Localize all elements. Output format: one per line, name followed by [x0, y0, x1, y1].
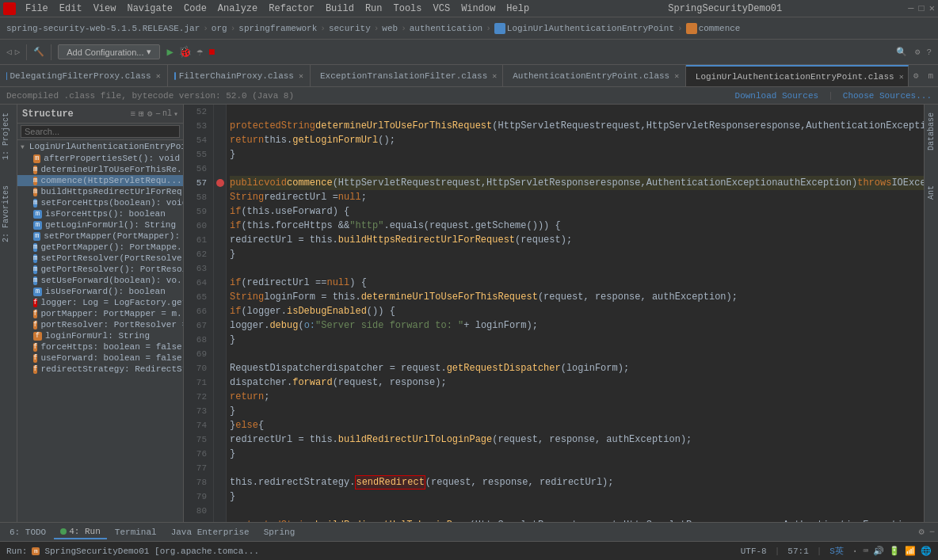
taskbar-icon6[interactable]: 🌐 — [921, 546, 932, 556]
bottom-minimize-icon[interactable]: − — [929, 527, 935, 538]
tree-item-portresolver[interactable]: f portResolver: PortResolver =... — [17, 319, 183, 330]
structure-nl-btn[interactable]: nl — [162, 109, 172, 118]
tab-filterchain[interactable]: FilterChainProxy.class ✕ — [168, 65, 311, 86]
tree-item-forcehttps[interactable]: f forceHttps: boolean = false — [17, 341, 183, 352]
taskbar-icon2[interactable]: ⌨ — [863, 546, 868, 556]
tab-loginurl[interactable]: LoginUrlAuthenticationEntryPoint.class ✕ — [686, 65, 909, 86]
menu-window[interactable]: Window — [456, 2, 500, 16]
tree-item-useforward[interactable]: f useForward: boolean = false — [17, 352, 183, 364]
tree-item-setuseforward[interactable]: m setUseForward(boolean): vo... — [17, 275, 183, 286]
tab-close-delegating[interactable]: ✕ — [156, 71, 161, 81]
tab-entrypoint[interactable]: AuthenticationEntryPoint.class ✕ — [503, 65, 686, 86]
download-sources-link[interactable]: Download Sources — [735, 91, 819, 101]
bottom-gear-icon[interactable]: ⚙ — [919, 526, 925, 538]
close-btn[interactable]: ✕ — [929, 2, 935, 14]
menu-file[interactable]: File — [21, 2, 53, 16]
favorites-tab[interactable]: 2: Favorites — [0, 181, 17, 247]
breadcrumb-method[interactable]: commence — [699, 24, 741, 33]
tree-item-getportresolver[interactable]: m getPortResolver(): PortResol... — [17, 264, 183, 275]
settings-icon[interactable]: ⚙ — [915, 47, 921, 57]
run-button[interactable]: ▶ — [166, 45, 173, 59]
tree-item-isuseforward[interactable]: m isUseForward(): boolean — [17, 286, 183, 297]
tree-item-logger[interactable]: f logger: Log = LogFactory.get... — [17, 297, 183, 308]
tab-settings-icon[interactable]: ⚙ — [909, 65, 924, 86]
minimize-btn[interactable]: ─ — [908, 3, 913, 14]
tree-item-portmapper[interactable]: f portMapper: PortMapper = m... — [17, 308, 183, 319]
ime-icon[interactable]: S英 — [829, 545, 844, 557]
taskbar-icon3[interactable]: 🔊 — [873, 546, 884, 556]
breadcrumb-class[interactable]: LoginUrlAuthenticationEntryPoint — [507, 24, 674, 33]
tab-todo[interactable]: 6: TODO — [3, 526, 52, 539]
tree-item-buildhttps[interactable]: m buildHttpsRedirectUrlForReq... — [17, 186, 183, 197]
ant-tab[interactable]: Ant — [925, 181, 937, 204]
build-icon[interactable]: 🔨 — [33, 47, 44, 57]
java-enterprise-label: Java Enterprise — [171, 528, 250, 537]
tab-spring[interactable]: Spring — [257, 526, 302, 539]
tree-item-determinurl[interactable]: m determineUrlToUseForThisRe... — [17, 164, 183, 175]
search-everywhere-icon[interactable]: 🔍 — [896, 47, 907, 57]
breadcrumb-web[interactable]: web — [382, 24, 398, 33]
tab-close-filterchain[interactable]: ✕ — [299, 71, 303, 81]
breadcrumb-springframework[interactable]: springframework — [238, 24, 317, 33]
tree-item-getportmapper[interactable]: m getPortMapper(): PortMappe... — [17, 242, 183, 253]
tree-item-afterprops[interactable]: m afterPropertiesSet(): void — [17, 153, 183, 164]
tab-close-loginurl[interactable]: ✕ — [899, 72, 904, 82]
forward-btn[interactable]: ▷ — [15, 47, 21, 57]
menu-edit[interactable]: Edit — [55, 2, 87, 16]
tab-delegating[interactable]: DelegatingFilterProxy.class ✕ — [0, 65, 168, 86]
structure-search-input[interactable] — [21, 125, 180, 138]
menu-view[interactable]: View — [89, 2, 121, 16]
taskbar-icon1[interactable]: · — [852, 545, 858, 558]
menu-help[interactable]: Help — [501, 2, 534, 16]
breadcrumb-org[interactable]: org — [212, 24, 227, 33]
menu-tools[interactable]: Tools — [389, 2, 427, 16]
tree-item-redirectstrategy[interactable]: f redirectStrategy: RedirectStra... — [17, 364, 183, 375]
project-tab[interactable]: 1: Project — [0, 108, 17, 165]
tree-item-isforcehttps[interactable]: m isForceHttps(): boolean — [17, 208, 183, 219]
structure-close-btn[interactable]: − — [155, 109, 161, 119]
stop-button[interactable]: ⏹ — [208, 47, 216, 57]
structure-expand-btn[interactable]: ▾ — [173, 109, 178, 119]
code-scroll-area[interactable]: 52 53 54 55 56 57 58 59 60 61 62 63 64 6… — [184, 105, 924, 522]
tree-item-loginformurl[interactable]: f loginFormUrl: String — [17, 330, 183, 341]
tree-label-loginformurl: loginFormUrl: String — [45, 331, 150, 341]
tab-close-exception[interactable]: ✕ — [492, 71, 497, 81]
debug-button[interactable]: 🐞 — [178, 45, 192, 59]
maven-tab[interactable]: m — [923, 65, 938, 86]
gutter-54 — [214, 133, 226, 147]
tree-item-commence[interactable]: m commence(HttpServletRequ... — [17, 175, 183, 186]
choose-sources-link[interactable]: Choose Sources... — [843, 91, 932, 101]
structure-filter-btn[interactable]: ⊞ — [139, 109, 144, 119]
menu-navigate[interactable]: Navigate — [122, 2, 177, 16]
tab-java-enterprise[interactable]: Java Enterprise — [165, 526, 256, 539]
menu-code[interactable]: Code — [179, 2, 212, 16]
tree-item-setportmapper[interactable]: m setPortMapper(PortMapper): — [17, 230, 183, 242]
taskbar-icon5[interactable]: 📶 — [905, 546, 916, 556]
tab-terminal[interactable]: Terminal — [109, 526, 163, 539]
structure-settings-btn[interactable]: ⚙ — [147, 109, 153, 119]
breadcrumb-authentication[interactable]: authentication — [410, 24, 482, 33]
tree-item-setforcehttps[interactable]: m setForceHttps(boolean): void — [17, 197, 183, 208]
structure-sort-btn[interactable]: ≡ — [130, 109, 135, 119]
database-tab[interactable]: Database — [925, 108, 937, 155]
coverage-button[interactable]: ☂ — [196, 45, 203, 59]
menu-analyze[interactable]: Analyze — [213, 2, 262, 16]
tree-item-setportresolver[interactable]: m setPortResolver(PortResolver... — [17, 253, 183, 264]
tree-item-root[interactable]: ▼ LoginUrlAuthenticationEntryPoi... — [17, 140, 183, 153]
tab-exception[interactable]: ExceptionTranslationFilter.class ✕ — [311, 65, 503, 86]
menu-refactor[interactable]: Refactor — [264, 2, 319, 16]
tab-run[interactable]: 4: Run — [54, 525, 107, 539]
help-icon[interactable]: ? — [926, 48, 932, 57]
tree-item-getloginform[interactable]: m getLoginFormUrl(): String — [17, 219, 183, 230]
maximize-btn[interactable]: □ — [919, 3, 925, 14]
taskbar-icon4[interactable]: 🔋 — [889, 546, 900, 556]
tab-close-entrypoint[interactable]: ✕ — [674, 71, 679, 81]
breadcrumb-jar[interactable]: spring-security-web-5.1.5.RELEASE.jar — [6, 24, 200, 33]
menu-build[interactable]: Build — [321, 2, 359, 16]
menu-run[interactable]: Run — [360, 2, 387, 16]
run-config-button[interactable]: Add Configuration... ▾ — [58, 44, 160, 59]
back-btn[interactable]: ◁ — [6, 47, 12, 57]
breadcrumb-security[interactable]: security — [329, 24, 371, 33]
tab-bar: DelegatingFilterProxy.class ✕ FilterChai… — [0, 65, 938, 87]
menu-vcs[interactable]: VCS — [429, 2, 456, 16]
